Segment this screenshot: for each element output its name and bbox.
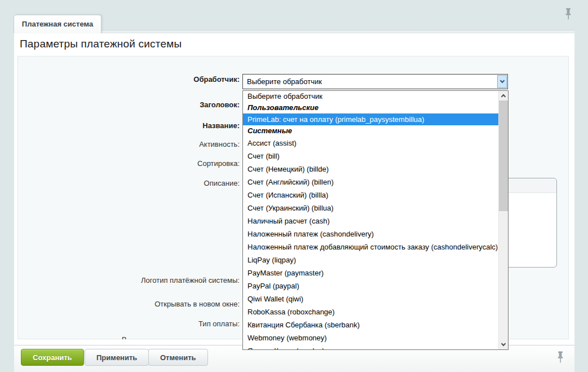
field-label-open-new-window: Открывать в новом окне: xyxy=(20,300,240,309)
cancel-button[interactable]: Отменить xyxy=(148,349,208,366)
clipped-next-field-label: В xyxy=(122,335,134,339)
field-label-payment-type: Тип оплаты: xyxy=(20,320,240,329)
select-dropdown-button[interactable] xyxy=(497,75,507,88)
chevron-up-icon xyxy=(501,94,506,99)
dropdown-option[interactable]: RoboKassa (roboxchange) xyxy=(243,305,498,318)
scrollbar-thumb[interactable] xyxy=(499,100,508,211)
page-title: Параметры платежной системы xyxy=(20,38,182,50)
dropdown-option[interactable]: Выберите обработчик xyxy=(243,91,498,102)
dropdown-group-header: Системные xyxy=(243,125,498,137)
dropdown-scrollbar[interactable] xyxy=(498,91,508,349)
field-label-heading: Заголовок: xyxy=(20,100,240,110)
save-button[interactable]: Сохранить xyxy=(21,349,84,366)
dropdown-option[interactable]: Счет (Английский) (billen) xyxy=(243,176,498,189)
scrollbar-up-button[interactable] xyxy=(499,91,508,100)
dropdown-option[interactable]: Счет (Испанский) (billla) xyxy=(243,189,498,202)
dropdown-option[interactable]: Наложенный платеж (cashondelivery) xyxy=(243,227,498,240)
dropdown-option[interactable]: PayMaster (paymaster) xyxy=(243,266,498,279)
handler-select[interactable]: Выберите обработчик xyxy=(242,74,508,89)
dropdown-option[interactable]: Наложенный платеж добавляющий стоимость … xyxy=(243,240,498,253)
dropdown-option[interactable]: Квитанция Сбербанка (sberbank) xyxy=(243,318,498,331)
apply-button[interactable]: Применить xyxy=(85,349,149,366)
pin-icon[interactable] xyxy=(556,351,564,366)
dropdown-option[interactable]: Счет (Немецкий) (billde) xyxy=(243,163,498,176)
dropdown-option[interactable]: Счет (bill) xyxy=(243,150,498,163)
payment-system-settings-page: { "tab": { "label": "Платежная система" … xyxy=(0,0,588,372)
pin-icon[interactable] xyxy=(564,8,572,23)
field-label-description: Описание: xyxy=(20,179,240,188)
dropdown-option[interactable]: LiqPay (liqpay) xyxy=(243,253,498,266)
tab-payment-system[interactable]: Платежная система xyxy=(14,15,101,33)
field-label-name: Название: xyxy=(20,121,240,130)
dropdown-option[interactable]: Ассист (assist) xyxy=(243,137,498,150)
dropdown-group-header: Пользовательские xyxy=(243,102,498,113)
field-label-logo: Логотип платёжной системы: xyxy=(20,276,240,285)
dropdown-option-selected[interactable]: PrimeLab: счет на оплату (primelab_paysy… xyxy=(243,113,498,125)
dropdown-option[interactable]: Qiwi Wallet (qiwi) xyxy=(243,292,498,305)
field-label-activity: Активность: xyxy=(20,140,240,149)
scrollbar-down-button[interactable] xyxy=(499,340,508,349)
field-label-sort: Сортировка: xyxy=(20,159,240,168)
handler-select-value: Выберите обработчик xyxy=(247,75,496,89)
dropdown-option[interactable]: PayPal (paypal) xyxy=(243,279,498,292)
chevron-down-icon xyxy=(499,78,504,83)
field-label-handler: Обработчик: xyxy=(20,75,240,84)
dropdown-option[interactable]: Счет (Украинский) (billua) xyxy=(243,202,498,215)
handler-dropdown-list: Выберите обработчик Пользовательские Pri… xyxy=(242,90,509,350)
dropdown-options: Выберите обработчик Пользовательские Pri… xyxy=(243,91,498,349)
dropdown-option[interactable]: Наличный расчет (cash) xyxy=(243,215,498,227)
dropdown-option[interactable]: Яндекс.Касса (yandex) xyxy=(243,344,498,349)
dropdown-option[interactable]: Webmoney (webmoney) xyxy=(243,331,498,344)
chevron-down-icon xyxy=(501,342,506,346)
